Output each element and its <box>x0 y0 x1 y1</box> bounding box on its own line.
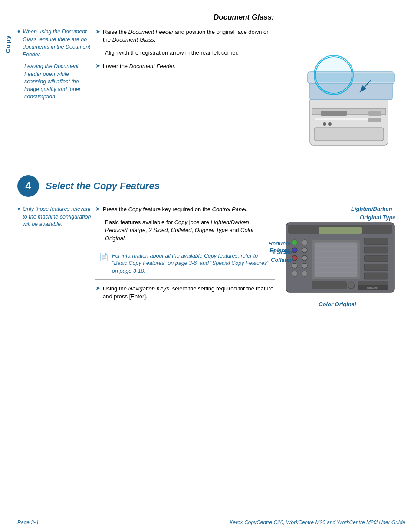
s2-basic-features: Basic features available for Copy jobs a… <box>105 219 275 242</box>
section2: 4 Select the Copy Features • Only those … <box>17 164 405 336</box>
section2-notes: • Only those features relevant to the ma… <box>17 206 95 336</box>
sidebar-label: Copy <box>4 35 11 53</box>
section2-steps: ➤ Press the Copy feature key required on… <box>95 206 284 336</box>
svg-rect-10 <box>323 122 326 126</box>
section1-notes: • When using the Document Glass, ensure … <box>17 28 95 155</box>
arrow-1: ➤ <box>95 28 100 35</box>
step-number-circle: 4 <box>17 175 39 197</box>
note-box: 📄 For information about all the availabl… <box>95 248 275 280</box>
step2-lower: ➤ Lower the Document Feeder. <box>95 62 275 70</box>
step-number: 4 <box>25 180 31 192</box>
svg-point-26 <box>302 255 307 261</box>
color-original-label: Color Original <box>319 301 356 307</box>
s2-arrow-3: ➤ <box>95 285 100 291</box>
s2-bullet-text: Only those features relevant to the mach… <box>23 206 91 228</box>
svg-point-25 <box>302 248 307 253</box>
two-sided-label: 2 Sided <box>269 249 292 255</box>
svg-rect-13 <box>368 111 381 116</box>
bullet-text-1: When using the Document Glass, ensure th… <box>23 28 91 59</box>
section1: • When using the Document Glass, ensure … <box>17 28 405 164</box>
bullet-text-2-container: Leaving the Document Feeder open while s… <box>24 63 91 101</box>
section1-title: Document Glass: <box>82 13 405 22</box>
svg-rect-15 <box>314 73 394 82</box>
svg-rect-32 <box>364 247 388 253</box>
svg-point-24 <box>302 240 307 245</box>
svg-rect-18 <box>319 227 362 234</box>
svg-rect-30 <box>314 242 358 277</box>
bullet-item-1: • When using the Document Glass, ensure … <box>17 28 91 59</box>
align-note: Align with the registration arrow in the… <box>105 49 275 57</box>
two-sided-container: 2 Sided <box>269 249 302 255</box>
footer-title: Xerox CopyCentre C20, WorkCentre M20 and… <box>230 519 406 525</box>
scanner-illustration <box>284 28 405 155</box>
svg-point-23 <box>292 271 297 276</box>
doc-glass-title-text: Document Glass: <box>214 13 274 21</box>
bullet-text-2: Leaving the Document Feeder open while s… <box>24 63 81 100</box>
svg-point-22 <box>292 263 297 268</box>
s2-step3-text: Using the Navigation Keys, select the se… <box>103 285 275 300</box>
lighten-darken-label: Lighten/Darken <box>351 206 392 212</box>
svg-point-27 <box>302 263 307 268</box>
s2-step1-text: Press the Copy feature key required on t… <box>103 206 248 213</box>
section2-title-text: Select the Copy Features <box>46 180 160 192</box>
s2-arrow-1: ➤ <box>95 206 100 212</box>
section2-header: 4 Select the Copy Features <box>17 175 405 197</box>
svg-rect-35 <box>364 273 388 279</box>
cp-label-original-type: Original Type <box>360 214 396 221</box>
svg-rect-14 <box>368 118 381 122</box>
svg-rect-33 <box>364 255 388 262</box>
arrow-2: ➤ <box>95 62 100 69</box>
section1-steps: ➤ Raise the Document Feeder and position… <box>95 28 284 155</box>
note-icon: 📄 <box>99 252 108 262</box>
svg-rect-1 <box>314 128 384 141</box>
step1-raise: ➤ Raise the Document Feeder and position… <box>95 28 275 44</box>
s2-bullet-dot: • <box>17 205 20 214</box>
collated-container: Collated <box>271 257 302 263</box>
s2-step3: ➤ Using the Navigation Keys, select the … <box>95 285 275 300</box>
svg-text:WorkCentre: WorkCentre <box>367 287 379 289</box>
scanner-svg <box>284 28 401 154</box>
original-type-label: Original Type <box>360 214 396 221</box>
collated-label: Collated <box>271 257 292 263</box>
cp-container: Lighten/Darken Original Type <box>284 206 405 336</box>
svg-point-37 <box>348 282 355 289</box>
control-panel-diagram: Lighten/Darken Original Type <box>284 206 405 336</box>
svg-rect-31 <box>364 238 388 245</box>
footer: Page 3-4 Xerox CopyCentre C20, WorkCentr… <box>17 517 405 525</box>
svg-rect-9 <box>321 111 347 116</box>
bullet-dot-1: • <box>17 27 20 36</box>
svg-rect-11 <box>328 122 332 126</box>
color-original-container: Color Original <box>319 301 356 307</box>
svg-rect-36 <box>312 281 347 289</box>
s2-step1: ➤ Press the Copy feature key required on… <box>95 206 275 213</box>
cp-label-lighten: Lighten/Darken <box>351 206 392 212</box>
svg-point-28 <box>302 271 307 276</box>
footer-page: Page 3-4 <box>17 519 39 525</box>
section2-body: • Only those features relevant to the ma… <box>17 206 405 336</box>
s2-bullet-1: • Only those features relevant to the ma… <box>17 206 91 228</box>
note-text: For information about all the available … <box>112 252 272 275</box>
step1-text: Raise the Document Feeder and position t… <box>103 28 275 44</box>
svg-rect-34 <box>364 264 388 271</box>
step2-text: Lower the Document Feeder. <box>103 62 176 70</box>
